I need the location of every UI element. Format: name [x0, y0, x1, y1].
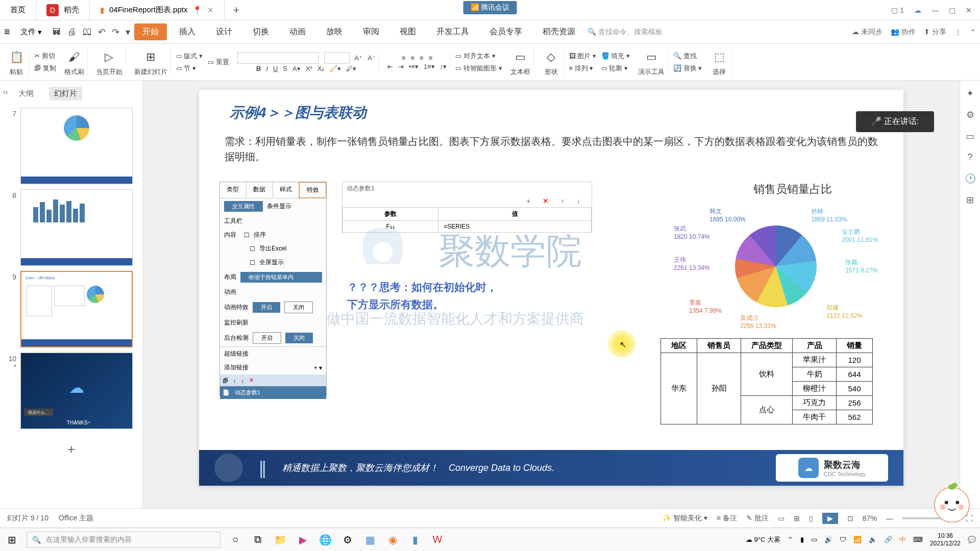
menu-animation[interactable]: 动画 [281, 23, 314, 40]
find-button[interactable]: 🔍 查找 [673, 52, 702, 61]
app1-icon[interactable]: ▶ [295, 532, 310, 547]
wps-icon[interactable]: W [430, 532, 445, 547]
menu-up-icon[interactable]: ⌃ [970, 28, 976, 36]
print-icon[interactable]: 🖨 [67, 27, 77, 38]
new-slide-icon[interactable]: ⊞ [141, 48, 160, 66]
zoom-fit-icon[interactable]: ⊡ [847, 514, 853, 522]
tray-kb-icon[interactable]: ⌨ [913, 536, 923, 543]
tab-pin-icon[interactable]: 📍 [192, 6, 202, 15]
textbox-icon[interactable]: ▭ [511, 48, 529, 66]
notes-button[interactable]: ≡ 备注 [717, 514, 737, 523]
tool-settings-icon[interactable]: ⚙ [966, 109, 974, 120]
thumb-9[interactable]: 示例4＞＞图与表联动 [20, 271, 133, 347]
indent-dec-icon[interactable]: ⇤ [387, 63, 393, 70]
play-button[interactable]: ▶ [822, 513, 838, 524]
section-button[interactable]: ▭ 节 ▾ [176, 64, 203, 73]
menu-dev[interactable]: 开发工具 [428, 23, 477, 40]
redo-icon[interactable]: ↷ [112, 27, 119, 38]
replace-button[interactable]: 🔄 替换 ▾ [673, 64, 702, 73]
add-slide-button[interactable]: + [4, 434, 138, 464]
preview-icon[interactable]: 🕮 [83, 27, 92, 38]
numbering-icon[interactable]: 1≡▾ [424, 63, 435, 70]
super-icon[interactable]: X² [306, 65, 312, 72]
shape-icon[interactable]: ◇ [542, 48, 560, 66]
clock[interactable]: 10:362021/12/22 [930, 532, 961, 547]
italic-icon[interactable]: I [266, 65, 268, 72]
doc-icon[interactable]: ▢ 1 [891, 6, 904, 14]
thumb-8[interactable] [20, 189, 133, 266]
tray-up-icon[interactable]: ⌃ [788, 536, 793, 543]
align-justify-icon[interactable]: ≡ [429, 54, 433, 62]
menu-slideshow[interactable]: 放映 [318, 23, 351, 40]
play-icon[interactable]: ▷ [100, 48, 118, 66]
hamburger-icon[interactable]: ≡ [4, 26, 10, 38]
tray-ime-icon[interactable]: 中 [899, 535, 906, 544]
fill-button[interactable]: 🪣 填充 ▾ [601, 52, 630, 61]
file-menu[interactable]: 文件 ▾ [14, 25, 48, 39]
image-button[interactable]: 🖼 图片 ▾ [569, 52, 596, 61]
indent-inc-icon[interactable]: ⇥ [398, 63, 404, 70]
outline-tab[interactable]: 大纲 [13, 87, 39, 101]
paste-icon[interactable]: 📋 [7, 48, 26, 66]
cortana-icon[interactable]: ○ [228, 532, 243, 547]
tab-file[interactable]: ▮04FineReport图表.pptx📍✕ [90, 1, 225, 20]
tray-vol-icon[interactable]: 🔊 [824, 536, 832, 543]
dropdown-icon[interactable]: ▾ [126, 27, 130, 38]
undo-icon[interactable]: ↶ [98, 27, 106, 38]
align-center-icon[interactable]: ≡ [410, 54, 414, 62]
menu-member[interactable]: 会员专享 [481, 23, 530, 40]
copy-button[interactable]: 🗐 复制 [34, 64, 56, 73]
zoom-value[interactable]: 87% [863, 514, 877, 522]
bullets-icon[interactable]: •≡▾ [409, 63, 419, 70]
share-label[interactable]: ⬆ 分享 [924, 28, 946, 37]
slides-tab[interactable]: 幻灯片 [49, 87, 82, 101]
start-icon[interactable]: ⊞ [4, 532, 19, 547]
tab-docer[interactable]: D稻壳 [36, 1, 90, 20]
cut-button[interactable]: ✂ 剪切 [34, 52, 56, 61]
new-tab-button[interactable]: + [225, 4, 248, 17]
tray-link-icon[interactable]: 🔗 [884, 536, 892, 543]
tray-battery-icon[interactable]: ▮ [800, 536, 804, 543]
font-select[interactable] [237, 52, 319, 64]
underline-icon[interactable]: U [273, 65, 278, 72]
tray-net-icon[interactable]: ▭ [811, 536, 817, 543]
app5-icon[interactable]: ▮ [407, 532, 423, 547]
tab-close-icon[interactable]: ✕ [207, 6, 214, 15]
app2-icon[interactable]: ⚙ [340, 532, 355, 547]
tools-icon[interactable]: ▭ [642, 48, 660, 66]
align-right-icon[interactable]: ≡ [420, 54, 424, 62]
smart-beautify[interactable]: ✨ 智能美化 ▾ [663, 514, 707, 523]
cloud-icon[interactable]: ☁ [914, 6, 921, 14]
linespacing-icon[interactable]: ↕▾ [440, 63, 447, 70]
search-input[interactable]: 🔍 查找命令、搜索模板 [587, 28, 663, 37]
reset-button[interactable]: ▭ 重置 [208, 58, 229, 67]
minimize-icon[interactable]: — [932, 6, 939, 14]
tray-shield-icon[interactable]: 🛡 [840, 536, 846, 543]
layout-button[interactable]: ▭ 版式 ▾ [176, 52, 203, 61]
explorer-icon[interactable]: 📁 [273, 532, 288, 547]
strike-icon[interactable]: S [283, 65, 287, 72]
thumb-7[interactable] [20, 108, 133, 184]
tool-clock-icon[interactable]: 🕐 [965, 173, 976, 184]
view-sorter-icon[interactable]: ⊞ [794, 514, 800, 522]
select-icon[interactable]: ⬚ [710, 48, 728, 66]
menu-review[interactable]: 审阅 [355, 23, 387, 40]
smart-graphic-button[interactable]: ▭ 转智能图形 ▾ [455, 64, 502, 73]
inc-font-icon[interactable]: A⁺ [355, 54, 363, 62]
thumb-10[interactable]: ☁说点什么....THANKS~ [20, 353, 133, 429]
zoom-out-icon[interactable]: — [886, 514, 893, 522]
menu-start[interactable]: 开始 [134, 23, 167, 40]
arrange-button[interactable]: ≡ 排列 ▾ [569, 64, 596, 73]
outline-button[interactable]: ▭ 轮廓 ▾ [601, 64, 630, 73]
tray-sound-icon[interactable]: 🔉 [869, 536, 877, 543]
align-text-button[interactable]: ▭ 对齐文本 ▾ [455, 52, 502, 61]
menu-view[interactable]: 视图 [391, 23, 424, 40]
close-icon[interactable]: ✕ [966, 6, 972, 14]
maximize-icon[interactable]: ▢ [949, 6, 955, 14]
taskbar-search[interactable]: 🔍在这里输入你要搜索的内容 [27, 532, 220, 548]
coop-label[interactable]: 👥 协作 [891, 28, 916, 37]
highlight-icon[interactable]: 🖊▾ [346, 65, 356, 72]
size-select[interactable] [324, 52, 350, 64]
menu-transition[interactable]: 切换 [244, 23, 277, 40]
slide-9[interactable]: 示例4＞＞图与表联动 需求：利用销量表，制作一张销售员销量占比图。图表下方展示数… [199, 90, 903, 486]
